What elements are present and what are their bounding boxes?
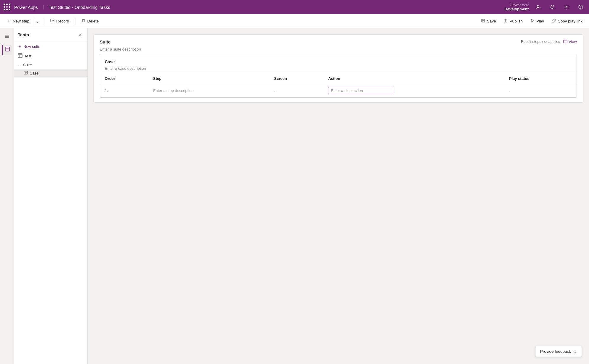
toolbar-divider-2 (75, 18, 75, 25)
record-icon (50, 19, 54, 24)
settings-icon-btn[interactable] (562, 2, 571, 12)
new-suite-label: New suite (23, 44, 40, 49)
suite-chevron-icon: ⌄ (18, 62, 21, 67)
publish-label: Publish (509, 19, 522, 23)
feedback-chevron-icon: ⌄ (573, 349, 577, 354)
feedback-label: Provide feedback (540, 349, 571, 354)
svg-rect-13 (564, 40, 567, 43)
new-suite-plus-icon: ＋ (18, 44, 22, 49)
collapse-sidebar-button[interactable] (3, 32, 12, 42)
tests-panel: Tests ✕ ＋ New suite Test ⌄ Suite Case ··… (14, 28, 88, 364)
app-name: Power Apps (14, 5, 38, 10)
toolbar-divider-1 (44, 18, 44, 25)
play-icon (530, 19, 535, 24)
svg-point-1 (566, 7, 567, 8)
tests-panel-title: Tests (18, 32, 29, 37)
copy-play-link-button[interactable]: Copy play link (549, 17, 585, 25)
col-action: Action (323, 73, 504, 84)
delete-icon (81, 19, 85, 24)
play-label: Play (536, 19, 544, 23)
link-icon (552, 19, 556, 24)
case-card-title: Case (105, 59, 572, 64)
case-card: Case Order Step Screen Action Play statu… (100, 55, 577, 98)
environment-name: Development (504, 7, 529, 11)
toolbar: ＋ New step ⌄ Record Delete Save Publish (0, 14, 589, 28)
topbar-separator: | (43, 4, 44, 10)
play-button[interactable]: Play (527, 17, 547, 25)
suite-card: Suite Result steps not applied View Case (93, 34, 583, 103)
svg-rect-11 (18, 54, 22, 58)
view-label: View (569, 39, 577, 44)
new-suite-button[interactable]: ＋ New suite (14, 41, 87, 51)
delete-label: Delete (87, 19, 99, 23)
publish-icon (504, 19, 508, 24)
environment-info: Environment Development (504, 3, 529, 11)
step-description-placeholder: Enter a step description (153, 88, 194, 93)
new-step-button[interactable]: ＋ New step (4, 17, 32, 26)
steps-table-header: Order Step Screen Action Play status (100, 73, 577, 84)
svg-rect-8 (482, 21, 484, 22)
toolbar-right-actions: Save Publish Play Copy play link (478, 17, 585, 25)
svg-rect-7 (482, 19, 484, 20)
col-play-status: Play status (504, 73, 577, 84)
apps-grid-icon[interactable] (4, 4, 11, 11)
plus-icon: ＋ (7, 18, 11, 24)
test-table-icon (18, 53, 22, 59)
step-action-cell (323, 84, 504, 98)
table-row: 1. Enter a step description - - (100, 84, 577, 98)
sidebar-item-suite[interactable]: ⌄ Suite (14, 61, 87, 69)
case-label: Case (30, 71, 84, 75)
case-description-input[interactable] (105, 66, 572, 71)
notification-icon-btn[interactable] (548, 2, 557, 12)
tests-nav-icon-button[interactable] (2, 45, 12, 55)
sidebar-item-test[interactable]: Test (14, 51, 87, 61)
steps-table-body: 1. Enter a step description - - (100, 84, 577, 98)
step-order: 1. (100, 84, 149, 98)
publish-button[interactable]: Publish (501, 17, 525, 25)
svg-point-5 (53, 20, 54, 21)
close-tests-panel-button[interactable]: ✕ (76, 31, 84, 38)
step-description: Enter a step description (149, 84, 270, 98)
new-step-dropdown-icon[interactable]: ⌄ (34, 17, 41, 26)
sidebar-item-case[interactable]: Case ··· (14, 69, 87, 77)
svg-text:?: ? (580, 6, 582, 9)
provide-feedback-button[interactable]: Provide feedback ⌄ (535, 346, 582, 357)
col-step: Step (149, 73, 270, 84)
test-label: Test (24, 54, 84, 58)
main-content: Suite Result steps not applied View Case (88, 28, 589, 364)
step-play-status: - (504, 84, 577, 98)
col-order: Order (100, 73, 149, 84)
delete-button[interactable]: Delete (78, 17, 102, 25)
sidebar-icon-strip (0, 28, 14, 364)
svg-rect-12 (24, 71, 28, 74)
save-icon (481, 19, 485, 24)
copy-play-link-label: Copy play link (558, 19, 582, 23)
case-card-header: Case (100, 55, 577, 73)
record-label: Record (56, 19, 69, 23)
new-step-label: New step (13, 19, 29, 23)
save-label: Save (487, 19, 496, 23)
view-button[interactable]: View (563, 39, 577, 44)
result-steps-label: Result steps not applied (521, 40, 560, 44)
case-icon (24, 71, 28, 76)
person-icon-btn[interactable] (533, 2, 543, 12)
svg-marker-9 (531, 19, 534, 22)
save-button[interactable]: Save (478, 17, 499, 25)
topbar-right: Environment Development ? (504, 2, 585, 12)
suite-description-input[interactable] (100, 47, 577, 51)
environment-label: Environment (510, 3, 529, 7)
step-screen: - (270, 84, 324, 98)
tests-panel-header: Tests ✕ (14, 28, 87, 41)
step-action-input[interactable] (328, 87, 393, 94)
main-layout: Tests ✕ ＋ New suite Test ⌄ Suite Case ··… (0, 28, 589, 364)
topbar: Power Apps | Test Studio - Onboarding Ta… (0, 0, 589, 14)
steps-table: Order Step Screen Action Play status 1. … (100, 73, 577, 97)
project-name: Test Studio - Onboarding Tasks (49, 5, 110, 10)
help-icon-btn[interactable]: ? (576, 2, 585, 12)
suite-meta: Result steps not applied View (521, 39, 577, 44)
suite-label: Suite (23, 63, 84, 67)
col-screen: Screen (270, 73, 324, 84)
suite-card-title: Suite (100, 39, 111, 44)
suite-card-header: Suite Result steps not applied View (100, 39, 577, 44)
record-button[interactable]: Record (47, 17, 72, 25)
